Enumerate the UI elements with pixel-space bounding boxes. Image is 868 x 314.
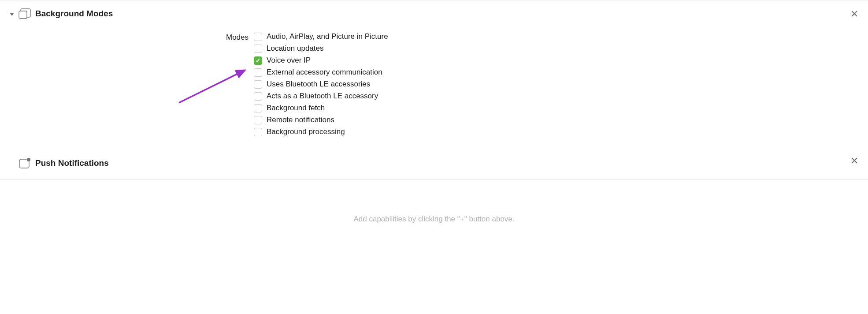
push-notifications-icon [19,157,31,169]
push-notifications-header: Push Notifications [9,157,859,169]
checkmark-icon: ✓ [256,57,261,64]
mode-item-bluetooth-uses: ✓ Uses Bluetooth LE accessories [254,80,388,89]
modes-body: Modes ✓ Audio, AirPlay, and Picture in P… [9,32,859,136]
mode-item-voip: ✓ Voice over IP [254,56,388,65]
background-modes-section: Background Modes ✕ Modes ✓ Audio, AirPla… [0,0,868,147]
mode-item-location: ✓ Location updates [254,44,388,53]
remove-background-modes-button[interactable]: ✕ [850,9,858,19]
mode-label: Background processing [267,127,345,136]
footer-hint: Add capabilities by clicking the "+" but… [0,179,868,241]
modes-label: Modes [9,32,254,136]
push-notifications-section: Push Notifications ✕ [0,147,868,179]
mode-label: Remote notifications [267,116,334,124]
mode-label: Voice over IP [267,56,311,65]
mode-label: Location updates [267,44,324,53]
checkbox-audio[interactable]: ✓ [254,33,262,41]
mode-item-background-processing: ✓ Background processing [254,127,388,136]
disclosure-triangle-icon[interactable] [9,11,15,17]
mode-item-external-accessory: ✓ External accessory communication [254,68,388,77]
mode-item-bluetooth-acts: ✓ Acts as a Bluetooth LE accessory [254,92,388,101]
mode-label: External accessory communication [267,68,382,77]
checkbox-bluetooth-acts[interactable]: ✓ [254,92,262,101]
background-modes-header: Background Modes [9,7,859,20]
checkbox-background-fetch[interactable]: ✓ [254,104,262,112]
mode-label: Acts as a Bluetooth LE accessory [267,92,378,101]
close-icon: ✕ [850,8,858,19]
checkbox-background-processing[interactable]: ✓ [254,128,262,136]
mode-label: Uses Bluetooth LE accessories [267,80,370,89]
background-modes-title: Background Modes [35,9,113,19]
mode-item-background-fetch: ✓ Background fetch [254,104,388,112]
close-icon: ✕ [850,155,858,166]
checkbox-bluetooth-uses[interactable]: ✓ [254,80,262,89]
checkbox-voip[interactable]: ✓ [254,56,262,65]
push-notifications-title: Push Notifications [35,158,109,168]
background-modes-icon [19,7,31,20]
svg-rect-0 [19,11,27,19]
mode-label: Background fetch [267,104,325,112]
checkbox-location[interactable]: ✓ [254,45,262,53]
remove-push-notifications-button[interactable]: ✕ [850,156,858,166]
modes-list: ✓ Audio, AirPlay, and Picture in Picture… [254,32,388,136]
mode-label: Audio, AirPlay, and Picture in Picture [267,32,388,41]
checkbox-external-accessory[interactable]: ✓ [254,68,262,77]
mode-item-remote-notifications: ✓ Remote notifications [254,116,388,124]
svg-point-3 [27,158,30,161]
mode-item-audio: ✓ Audio, AirPlay, and Picture in Picture [254,32,388,41]
checkbox-remote-notifications[interactable]: ✓ [254,116,262,124]
